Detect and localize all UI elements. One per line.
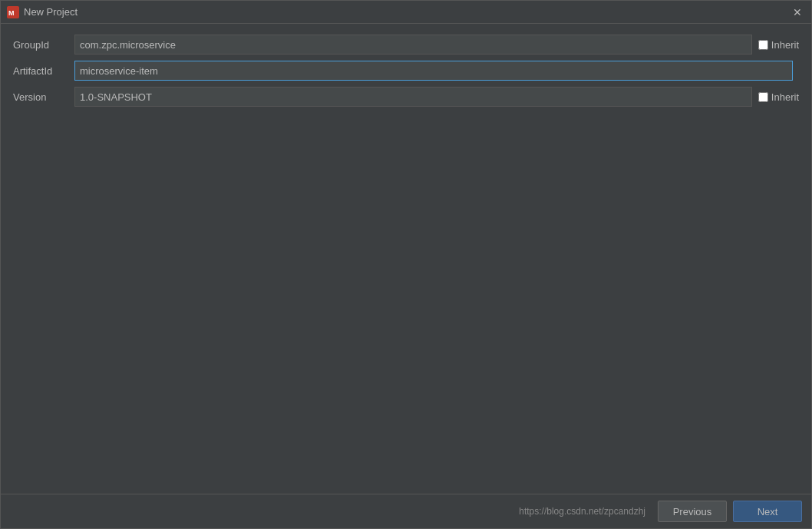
artifactid-row: ArtifactId (13, 59, 799, 82)
groupid-input-container (74, 35, 752, 55)
groupid-inherit-label: Inherit (771, 39, 799, 51)
close-button[interactable]: ✕ (790, 5, 805, 20)
content-area: GroupId Inherit ArtifactId Version (1, 24, 811, 494)
version-inherit-container: Inherit (758, 91, 799, 103)
title-bar: M New Project ✕ (1, 1, 811, 24)
window-title: New Project (24, 6, 78, 18)
version-input[interactable] (74, 87, 752, 107)
content-spacer (13, 111, 799, 484)
artifactid-input-container (74, 61, 793, 81)
version-label: Version (13, 91, 74, 103)
version-inherit-label: Inherit (771, 91, 799, 103)
groupid-inherit-checkbox[interactable] (758, 40, 768, 50)
new-project-window: M New Project ✕ GroupId Inherit Artifact… (0, 0, 812, 529)
version-row: Version Inherit (13, 85, 799, 108)
next-button[interactable]: Next (733, 501, 802, 522)
groupid-inherit-container: Inherit (758, 39, 799, 51)
svg-text:M: M (8, 9, 15, 17)
previous-button[interactable]: Previous (658, 501, 727, 522)
footer: https://blog.csdn.net/zpcandzhj Previous… (1, 494, 811, 528)
artifactid-label: ArtifactId (13, 65, 74, 77)
groupid-input[interactable] (74, 35, 752, 55)
groupid-label: GroupId (13, 39, 74, 51)
artifactid-input[interactable] (74, 61, 793, 81)
status-text: https://blog.csdn.net/zpcandzhj (10, 506, 645, 517)
version-input-container (74, 87, 752, 107)
maven-icon: M (7, 6, 19, 18)
groupid-row: GroupId Inherit (13, 33, 799, 56)
version-inherit-checkbox[interactable] (758, 92, 768, 102)
title-bar-left: M New Project (7, 6, 78, 18)
